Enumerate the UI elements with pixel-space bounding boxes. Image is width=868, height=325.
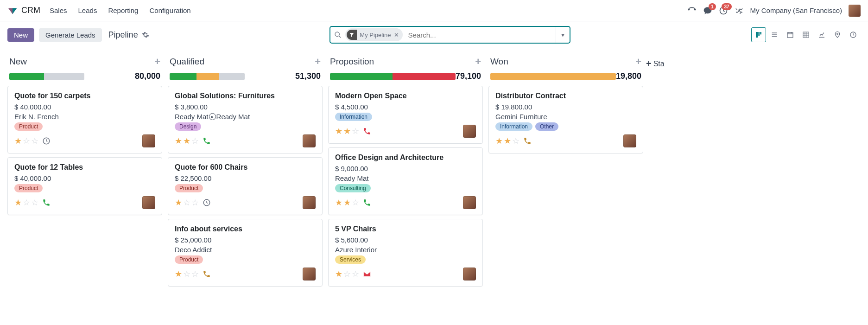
priority-stars[interactable]: ★☆☆: [175, 198, 199, 208]
activity-view-button[interactable]: [846, 27, 861, 42]
star-icon[interactable]: ☆: [23, 136, 30, 146]
tag[interactable]: Other: [535, 122, 558, 131]
star-icon[interactable]: ★: [495, 136, 503, 146]
priority-stars[interactable]: ★☆☆: [175, 269, 199, 279]
kanban-card[interactable]: Quote for 600 Chairs$ 22,500.00Product★☆…: [168, 157, 323, 215]
star-icon[interactable]: ☆: [183, 269, 190, 279]
star-icon[interactable]: ☆: [343, 269, 351, 279]
star-icon[interactable]: ★: [335, 269, 342, 279]
quick-create-button[interactable]: +: [475, 56, 481, 68]
phone-icon[interactable]: [363, 127, 371, 135]
user-avatar[interactable]: [303, 268, 316, 280]
star-icon[interactable]: ★: [335, 126, 342, 136]
phone-icon[interactable]: [203, 270, 211, 278]
star-icon[interactable]: ☆: [191, 136, 199, 146]
progress-segment[interactable]: [393, 73, 455, 80]
star-icon[interactable]: ★: [183, 136, 190, 146]
column-title[interactable]: Proposition: [330, 57, 374, 67]
progress-segment[interactable]: [490, 73, 616, 80]
calendar-view-button[interactable]: [783, 27, 798, 42]
star-icon[interactable]: ★: [335, 198, 342, 208]
tag[interactable]: Product: [14, 184, 43, 192]
tag[interactable]: Product: [175, 184, 203, 192]
progress-segment[interactable]: [170, 73, 196, 80]
search-options-toggle[interactable]: ▾: [556, 27, 570, 43]
company-selector[interactable]: My Company (San Francisco): [750, 6, 842, 14]
tag[interactable]: Information: [335, 113, 372, 121]
quick-create-button[interactable]: +: [154, 56, 160, 68]
star-icon[interactable]: ★: [14, 136, 22, 146]
priority-stars[interactable]: ★★☆: [495, 136, 520, 146]
star-icon[interactable]: ☆: [31, 198, 38, 208]
progress-segment[interactable]: [44, 73, 84, 80]
star-icon[interactable]: ★: [175, 269, 182, 279]
user-avatar[interactable]: [303, 196, 316, 209]
user-avatar[interactable]: [463, 196, 476, 209]
quick-create-button[interactable]: +: [635, 56, 641, 68]
star-icon[interactable]: ☆: [352, 126, 359, 136]
search-input[interactable]: [405, 31, 556, 39]
tag[interactable]: Product: [175, 255, 203, 264]
dialpad-icon[interactable]: [687, 6, 697, 15]
new-button[interactable]: New: [7, 28, 34, 42]
top-menu-item[interactable]: Sales: [50, 6, 67, 14]
kanban-card[interactable]: Global Solutions: Furnitures$ 3,800.00Re…: [168, 86, 323, 153]
kanban-card[interactable]: Distributor Contract$ 19,800.00Gemini Fu…: [488, 86, 643, 153]
user-avatar[interactable]: [142, 134, 155, 147]
phone-icon[interactable]: [363, 198, 371, 207]
user-avatar[interactable]: [623, 134, 636, 147]
star-icon[interactable]: ☆: [191, 269, 199, 279]
add-stage-button[interactable]: + Sta: [646, 58, 683, 69]
filter-chip[interactable]: My Pipeline ✕: [345, 28, 402, 41]
priority-stars[interactable]: ★★☆: [175, 136, 199, 146]
column-title[interactable]: New: [9, 57, 27, 67]
star-icon[interactable]: ☆: [183, 198, 190, 208]
user-avatar[interactable]: [303, 134, 316, 147]
kanban-card[interactable]: Quote for 12 Tables$ 40,000.00Product★☆☆: [7, 157, 162, 215]
tag[interactable]: Product: [14, 122, 43, 131]
priority-stars[interactable]: ★★☆: [335, 198, 359, 208]
star-icon[interactable]: ☆: [23, 198, 30, 208]
user-avatar[interactable]: [142, 196, 155, 209]
star-icon[interactable]: ☆: [512, 136, 520, 146]
kanban-card[interactable]: Quote for 150 carpets$ 40,000.00Erik N. …: [7, 86, 162, 153]
column-title[interactable]: Won: [490, 57, 508, 67]
pivot-view-button[interactable]: [798, 27, 813, 42]
star-icon[interactable]: ★: [343, 198, 351, 208]
progress-segment[interactable]: [196, 73, 219, 80]
kanban-view-button[interactable]: [751, 27, 766, 42]
tag[interactable]: Consulting: [335, 184, 371, 192]
star-icon[interactable]: ☆: [352, 198, 359, 208]
kanban-card[interactable]: 5 VP Chairs$ 5,600.00Azure InteriorServi…: [328, 219, 483, 287]
kanban-card[interactable]: Modern Open Space$ 4,500.00Information★★…: [328, 86, 483, 144]
phone-icon[interactable]: [523, 137, 532, 145]
progress-segment[interactable]: [330, 73, 393, 80]
filter-chip-remove[interactable]: ✕: [394, 32, 399, 38]
search-bar[interactable]: My Pipeline ✕ ▾: [329, 26, 570, 44]
progress-segment[interactable]: [9, 73, 44, 80]
top-menu-item[interactable]: Reporting: [108, 6, 138, 14]
gear-icon[interactable]: [142, 31, 149, 38]
debug-icon[interactable]: [735, 6, 744, 15]
top-menu-item[interactable]: Leads: [78, 6, 97, 14]
quick-create-button[interactable]: +: [315, 56, 321, 68]
star-icon[interactable]: ☆: [191, 198, 199, 208]
priority-stars[interactable]: ★☆☆: [335, 269, 359, 279]
phone-icon[interactable]: [42, 198, 51, 207]
kanban-card[interactable]: Office Design and Architecture$ 9,000.00…: [328, 147, 483, 215]
mail-icon[interactable]: [363, 270, 371, 278]
star-icon[interactable]: ★: [175, 198, 182, 208]
star-icon[interactable]: ☆: [31, 136, 38, 146]
messages-icon[interactable]: 1: [703, 6, 712, 15]
star-icon[interactable]: ★: [343, 126, 351, 136]
app-name[interactable]: CRM: [21, 6, 40, 15]
star-icon[interactable]: ★: [175, 136, 182, 146]
priority-stars[interactable]: ★☆☆: [14, 136, 38, 146]
tag[interactable]: Services: [335, 255, 366, 264]
star-icon[interactable]: ★: [504, 136, 511, 146]
generate-leads-button[interactable]: Generate Leads: [39, 28, 102, 42]
top-menu-item[interactable]: Configuration: [149, 6, 190, 14]
activities-icon[interactable]: 37: [719, 6, 728, 15]
clock-icon[interactable]: [203, 198, 211, 207]
map-view-button[interactable]: [830, 27, 845, 42]
